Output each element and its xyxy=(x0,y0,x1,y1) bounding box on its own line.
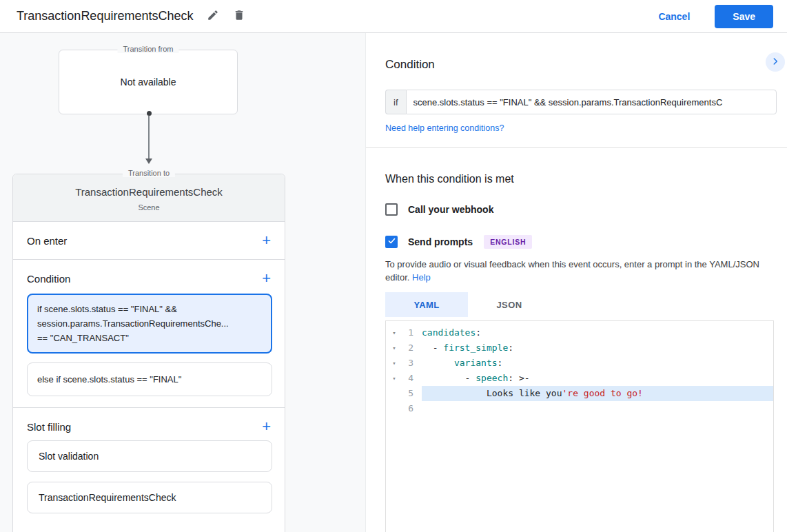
condition-line: else if scene.slots.status == "FINAL" xyxy=(37,372,262,387)
slot-filling-label: Slot filling xyxy=(27,421,71,433)
page-title: TransactionRequirementsCheck xyxy=(17,9,193,23)
line-number: 1 xyxy=(402,325,422,340)
condition-detail-panel: Condition if Need help entering conditio… xyxy=(366,33,787,532)
panel-divider xyxy=(366,147,787,148)
transition-from-label: Transition from xyxy=(118,45,179,53)
slot-filling-section-header: Slot filling + xyxy=(13,408,285,440)
slot-cards: Slot validation TransactionRequirementsC… xyxy=(13,440,285,532)
cancel-button[interactable]: Cancel xyxy=(658,11,690,22)
condition-section-label: Condition xyxy=(27,273,70,285)
language-badge: ENGLISH xyxy=(484,235,532,249)
slot-card-validation[interactable]: Slot validation xyxy=(27,440,272,472)
condition-card-selected[interactable]: if scene.slots.status == "FINAL" && sess… xyxy=(27,294,272,354)
line-number: 5 xyxy=(402,386,422,401)
on-enter-section: On enter + xyxy=(13,222,285,260)
on-enter-label: On enter xyxy=(27,235,67,247)
editor-line: ▾ 3 variants: xyxy=(386,356,773,371)
fold-arrow-icon[interactable]: ▾ xyxy=(386,340,402,356)
scene-graph-panel: Transition from Not available Transition… xyxy=(0,33,366,532)
scene-card-header: TransactionRequirementsCheck Scene xyxy=(13,174,285,222)
fold-gutter-empty xyxy=(386,401,402,416)
pencil-icon xyxy=(207,9,219,23)
scene-type-label: Scene xyxy=(20,203,278,212)
add-slot-button[interactable]: + xyxy=(258,420,275,433)
code-line: variants: xyxy=(422,356,773,371)
top-bar: TransactionRequirementsCheck Cancel Save xyxy=(0,0,787,33)
code-line: - first_simple: xyxy=(422,340,773,356)
chevron-right-icon xyxy=(770,57,780,68)
editor-line: 6 xyxy=(386,401,773,416)
tab-json[interactable]: JSON xyxy=(468,292,551,317)
hint-help-link[interactable]: Help xyxy=(412,272,431,283)
editor-tabs: YAML JSON xyxy=(385,292,777,317)
condition-section-header: Condition + xyxy=(13,260,285,292)
code-line: - speech: >- xyxy=(422,371,773,386)
arrow-dot-icon xyxy=(147,111,152,116)
call-webhook-checkbox[interactable] xyxy=(385,203,398,216)
fold-arrow-icon[interactable]: ▾ xyxy=(386,325,402,340)
webhook-row: Call your webhook xyxy=(385,203,777,216)
add-condition-button[interactable]: + xyxy=(258,272,275,285)
hint-text: To provide audio or visual feedback when… xyxy=(385,259,759,283)
condition-line: session.params.TransactionRequirementsCh… xyxy=(37,316,262,331)
code-line: candidates: xyxy=(422,325,773,340)
transition-to-card: Transition to TransactionRequirementsChe… xyxy=(12,174,285,532)
send-prompts-label: Send prompts xyxy=(408,236,473,247)
editor-line: ▾ 4 - speech: >- xyxy=(386,371,773,386)
panel-title: Condition xyxy=(385,58,777,72)
if-label: if xyxy=(385,90,406,114)
edit-button[interactable] xyxy=(207,9,219,23)
tab-yaml[interactable]: YAML xyxy=(385,292,468,317)
collapse-panel-button[interactable] xyxy=(766,52,785,72)
condition-expression-input[interactable] xyxy=(406,90,777,114)
arrow-head-icon xyxy=(145,158,152,164)
fold-gutter-empty xyxy=(386,386,402,401)
send-prompts-row: Send prompts ENGLISH xyxy=(385,235,777,249)
trash-icon xyxy=(233,9,245,23)
call-webhook-label: Call your webhook xyxy=(408,204,493,215)
send-prompts-checkbox[interactable] xyxy=(385,236,398,248)
editor-line: ▾ 1 candidates: xyxy=(386,325,773,340)
code-line xyxy=(422,401,773,416)
editor-line: ▾ 2 - first_simple: xyxy=(386,340,773,356)
transition-arrow xyxy=(145,111,152,164)
fold-arrow-icon[interactable]: ▾ xyxy=(386,356,402,371)
yaml-code-editor[interactable]: ▾ 1 candidates: ▾ 2 - first_simple: ▾ 3 … xyxy=(385,320,774,532)
transition-from-box: Transition from Not available xyxy=(59,50,238,114)
line-number: 3 xyxy=(402,356,422,371)
transition-from-content: Not available xyxy=(59,50,237,114)
condition-line: == "CAN_TRANSACT" xyxy=(37,331,262,345)
main-area: Transition from Not available Transition… xyxy=(0,33,787,532)
scene-name: TransactionRequirementsCheck xyxy=(20,186,278,198)
delete-button[interactable] xyxy=(233,9,245,23)
arrow-line xyxy=(148,116,150,158)
check-icon xyxy=(387,236,396,248)
condition-line: if scene.slots.status == "FINAL" && xyxy=(37,302,262,316)
conditions-help-link[interactable]: Need help entering conditions? xyxy=(385,123,504,133)
editor-line-active: 5 Looks like you're good to go! xyxy=(386,386,773,401)
prompt-hint-text: To provide audio or visual feedback when… xyxy=(385,258,777,284)
add-on-enter-button[interactable]: + xyxy=(258,234,275,247)
when-condition-met-title: When this condition is met xyxy=(385,173,777,185)
line-number: 2 xyxy=(402,340,422,356)
transition-to-label: Transition to xyxy=(123,169,175,177)
line-number: 4 xyxy=(402,371,422,386)
condition-cards: if scene.slots.status == "FINAL" && sess… xyxy=(13,292,285,408)
slot-card-transaction-check[interactable]: TransactionRequirementsCheck xyxy=(27,482,272,513)
line-number: 6 xyxy=(402,401,422,416)
condition-expression-row: if xyxy=(385,90,777,114)
save-button[interactable]: Save xyxy=(715,5,773,28)
code-line: Looks like you're good to go! xyxy=(422,386,773,401)
condition-card-else[interactable]: else if scene.slots.status == "FINAL" xyxy=(27,362,272,396)
fold-arrow-icon[interactable]: ▾ xyxy=(386,371,402,386)
